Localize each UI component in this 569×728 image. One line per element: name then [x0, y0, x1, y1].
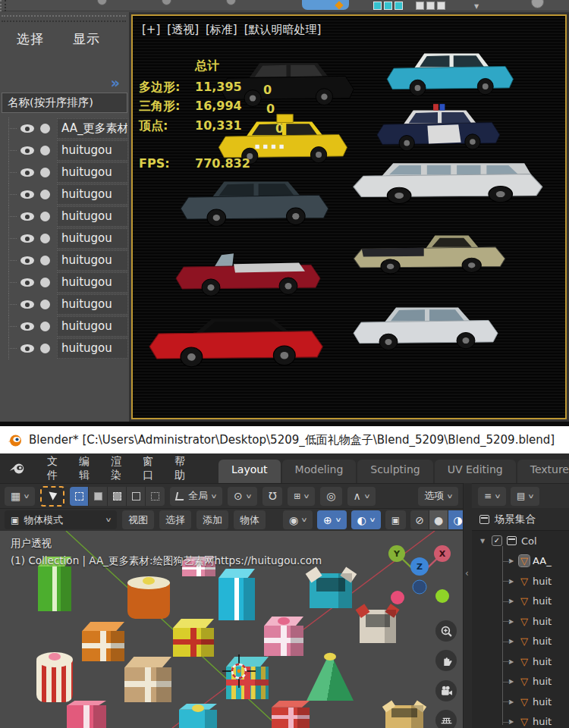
frozen-toggle-icon[interactable]	[40, 190, 50, 199]
object-name-label[interactable]: huitugou	[57, 228, 128, 249]
gift-box-model[interactable]	[218, 569, 255, 620]
render-button[interactable]	[302, 0, 349, 10]
disclosure-triangle-icon[interactable]: ▼	[478, 538, 487, 544]
visibility-eye-icon[interactable]	[20, 146, 34, 155]
toolbar-knob-icon[interactable]	[226, 0, 236, 5]
visibility-eye-icon[interactable]	[20, 344, 34, 353]
sort-header[interactable]: 名称(按升序排序)	[2, 93, 127, 113]
gizmos-toggle[interactable]: ⊕∨	[317, 510, 347, 529]
array-tool-icon[interactable]	[373, 2, 382, 10]
outliner-editor-type-button[interactable]: ≡∨	[478, 487, 506, 506]
disclosure-triangle-icon[interactable]: ▶	[507, 578, 516, 585]
gift-box-model[interactable]	[310, 569, 352, 608]
visibility-eye-icon[interactable]	[20, 212, 34, 221]
object-name-label[interactable]: AA_更多素材	[57, 118, 128, 139]
viewport-menu-label[interactable]: [标准]	[206, 23, 237, 37]
layer-tool-icon[interactable]	[416, 2, 424, 10]
blender-logo-icon[interactable]	[9, 463, 26, 475]
outliner-object-row[interactable]: ▶▽huit	[472, 712, 569, 728]
car-model-white-limo[interactable]	[347, 146, 546, 207]
toolbar-knob-icon[interactable]	[162, 0, 171, 5]
proportional-falloff-dropdown[interactable]: ∧∨	[347, 487, 376, 506]
car-model-khaki-pickup[interactable]	[349, 222, 508, 277]
viewport-menu-button[interactable]: 选择	[159, 510, 191, 529]
object-name-label[interactable]: huitugou	[57, 206, 128, 227]
disclosure-triangle-icon[interactable]: ▶	[507, 698, 516, 705]
frozen-toggle-icon[interactable]	[40, 322, 50, 331]
transform-orientation-dropdown[interactable]: 全局∨	[170, 487, 222, 506]
visibility-eye-icon[interactable]	[20, 322, 34, 331]
options-dropdown[interactable]: 选项∨	[418, 487, 458, 506]
proportional-edit-toggle[interactable]: ◎	[320, 487, 341, 506]
object-name-label[interactable]: huitugou	[57, 250, 128, 271]
workspace-tab-modeling[interactable]: Modeling	[282, 460, 357, 483]
workspace-tab-texture-paint[interactable]: Texture Paint	[517, 460, 569, 483]
select-mode-new[interactable]	[70, 487, 89, 506]
workspace-tab-uv-editing[interactable]: UV Editing	[435, 460, 516, 483]
workspace-tab-layout[interactable]: Layout	[218, 460, 281, 483]
object-name-label[interactable]: huit	[533, 616, 552, 627]
outliner-object-row[interactable]: ▶▽AA_	[472, 551, 569, 572]
collection-checkbox[interactable]: ✓	[492, 535, 502, 546]
outliner-collection-row[interactable]: ▼✓Col	[472, 531, 569, 551]
disclosure-triangle-icon[interactable]: ▶	[507, 598, 516, 604]
car-model-cyan-sedan[interactable]	[383, 39, 516, 99]
gift-box-model[interactable]	[36, 652, 73, 702]
snap-toggle-button[interactable]: Ω	[262, 487, 283, 506]
gizmo-axis-ball[interactable]	[435, 589, 449, 603]
toolbar-knob-icon[interactable]	[97, 0, 107, 5]
car-model-red-convertible[interactable]	[171, 236, 323, 300]
frozen-toggle-icon[interactable]	[40, 256, 50, 265]
frozen-toggle-icon[interactable]	[40, 344, 50, 353]
gift-box-model[interactable]	[264, 617, 303, 656]
blender-viewport[interactable]: 用户透视 (1) Collection | AA_更多素材:绘图狗艺素网http…	[0, 531, 463, 728]
gift-box-model[interactable]	[307, 652, 354, 701]
object-name-label[interactable]: huit	[533, 595, 552, 607]
object-name-label[interactable]: huit	[533, 696, 552, 708]
toggle-projection-button[interactable]	[435, 710, 457, 728]
object-name-label[interactable]: huitugou	[57, 140, 128, 161]
disclosure-triangle-icon[interactable]: ▶	[507, 678, 516, 685]
outliner-filter-dropdown[interactable]: ▤∨	[511, 487, 539, 506]
object-name-label[interactable]: huitugou	[57, 294, 128, 315]
viewport-menu-button[interactable]: 添加	[196, 510, 228, 529]
select-mode-intersect[interactable]	[146, 487, 165, 506]
object-name-label[interactable]: huitugou	[57, 338, 128, 359]
disclosure-triangle-icon[interactable]: ▶	[507, 618, 516, 625]
pivot-point-dropdown[interactable]: ⊙∨	[228, 487, 257, 506]
array-tool-icon[interactable]	[384, 2, 392, 10]
workspace-tab-sculpting[interactable]: Sculpting	[357, 460, 432, 483]
visibility-eye-icon[interactable]	[20, 256, 34, 265]
gift-box-model[interactable]	[272, 701, 310, 728]
menu-item[interactable]: 窗口	[132, 455, 164, 482]
tab-select[interactable]: 选择	[17, 30, 44, 48]
shading-material-button[interactable]: ◑	[448, 510, 463, 529]
active-tool-select-box[interactable]	[40, 486, 64, 507]
max-viewport[interactable]: [+][透视][标准][默认明暗处理] 总计 多边形:11,3950三角形:16…	[131, 14, 567, 419]
visibility-eye-icon[interactable]	[20, 190, 34, 199]
car-model-red-sports[interactable]	[144, 298, 326, 371]
object-name-label[interactable]: huit	[533, 656, 552, 667]
camera-view-button[interactable]	[435, 680, 457, 701]
gift-box-model[interactable]	[360, 605, 396, 643]
select-mode-extend[interactable]	[89, 487, 108, 506]
editor-type-button[interactable]: ▦∨	[5, 487, 35, 506]
array-tool-icon[interactable]	[395, 2, 403, 10]
gift-box-model[interactable]	[67, 701, 106, 728]
gizmo-axis-ball[interactable]	[391, 591, 404, 604]
frozen-toggle-icon[interactable]	[40, 212, 50, 221]
outliner-object-row[interactable]: ▶▽huit	[472, 651, 569, 672]
collapse-chevron-icon[interactable]: ‹	[465, 568, 469, 579]
toolbar-sphere-icon[interactable]	[531, 0, 544, 8]
viewport-menu-button[interactable]: 视图	[122, 510, 154, 529]
gift-box-model[interactable]	[124, 657, 171, 702]
menu-item[interactable]: 帮助	[164, 455, 196, 482]
navigation-gizmo[interactable]: Y X Z	[385, 540, 455, 610]
object-name-label[interactable]: huit	[533, 635, 552, 647]
gift-box-model[interactable]	[127, 576, 170, 619]
disclosure-triangle-icon[interactable]: ▶	[507, 638, 516, 645]
outliner-object-row[interactable]: ▶▽huit	[472, 592, 569, 612]
visibility-eye-icon[interactable]	[20, 278, 34, 287]
overlays-toggle[interactable]: ◐∨	[351, 510, 381, 529]
outliner-object-row[interactable]: ▶▽huit	[472, 632, 569, 652]
